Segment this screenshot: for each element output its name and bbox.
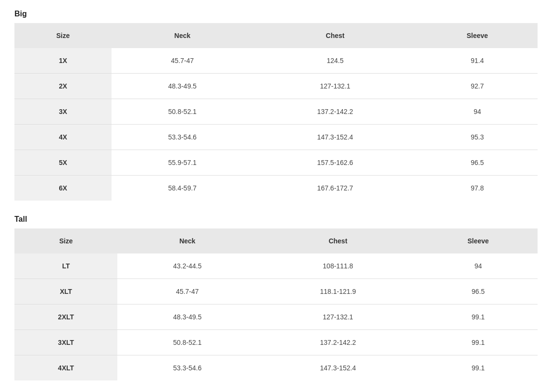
- size-cell: XLT: [14, 279, 117, 304]
- chest-cell: 137.2-142.2: [253, 99, 417, 125]
- big-table: Size Neck Chest Sleeve 1X45.7-47124.591.…: [14, 23, 538, 201]
- table-row: 2X48.3-49.5127-132.192.7: [14, 74, 538, 99]
- chest-cell: 147.3-152.4: [257, 355, 419, 381]
- chest-cell: 127-132.1: [257, 304, 419, 330]
- size-cell: 2XLT: [14, 304, 117, 330]
- table-row: XLT45.7-47118.1-121.996.5: [14, 279, 538, 304]
- big-section: Big Size Neck Chest Sleeve 1X45.7-47124.…: [14, 10, 538, 201]
- table-row: 2XLT48.3-49.5127-132.199.1: [14, 304, 538, 330]
- tall-col-chest: Chest: [257, 228, 419, 253]
- size-cell: 3X: [14, 99, 112, 125]
- neck-cell: 58.4-59.7: [112, 176, 253, 201]
- table-row: 3XLT50.8-52.1137.2-142.299.1: [14, 330, 538, 355]
- neck-cell: 43.2-44.5: [117, 253, 257, 279]
- size-cell: 3XLT: [14, 330, 117, 355]
- big-section-title: Big: [14, 10, 538, 18]
- chest-cell: 137.2-142.2: [257, 330, 419, 355]
- neck-cell: 53.3-54.6: [117, 355, 257, 381]
- table-row: LT43.2-44.5108-111.894: [14, 253, 538, 279]
- sleeve-cell: 96.5: [419, 279, 538, 304]
- chest-cell: 124.5: [253, 48, 417, 74]
- chest-cell: 167.6-172.7: [253, 176, 417, 201]
- tall-col-size: Size: [14, 228, 117, 253]
- big-col-chest: Chest: [253, 23, 417, 48]
- tall-section: Tall Size Neck Chest Sleeve LT43.2-44.51…: [14, 215, 538, 380]
- sleeve-cell: 99.1: [419, 355, 538, 381]
- sleeve-cell: 95.3: [417, 125, 538, 150]
- neck-cell: 45.7-47: [117, 279, 257, 304]
- tall-section-title: Tall: [14, 215, 538, 224]
- size-cell: 5X: [14, 150, 112, 176]
- chest-cell: 108-111.8: [257, 253, 419, 279]
- neck-cell: 55.9-57.1: [112, 150, 253, 176]
- size-cell: 6X: [14, 176, 112, 201]
- sleeve-cell: 94: [417, 99, 538, 125]
- size-cell: 4X: [14, 125, 112, 150]
- size-cell: 2X: [14, 74, 112, 99]
- big-col-sleeve: Sleeve: [417, 23, 538, 48]
- size-cell: 1X: [14, 48, 112, 74]
- tall-col-neck: Neck: [117, 228, 257, 253]
- tall-table-header-row: Size Neck Chest Sleeve: [14, 228, 538, 253]
- neck-cell: 50.8-52.1: [117, 330, 257, 355]
- page-container: Big Size Neck Chest Sleeve 1X45.7-47124.…: [14, 10, 538, 380]
- chest-cell: 157.5-162.6: [253, 150, 417, 176]
- table-row: 4XLT53.3-54.6147.3-152.499.1: [14, 355, 538, 381]
- sleeve-cell: 99.1: [419, 330, 538, 355]
- size-cell: 4XLT: [14, 355, 117, 381]
- neck-cell: 53.3-54.6: [112, 125, 253, 150]
- sleeve-cell: 99.1: [419, 304, 538, 330]
- table-row: 3X50.8-52.1137.2-142.294: [14, 99, 538, 125]
- size-cell: LT: [14, 253, 117, 279]
- sleeve-cell: 94: [419, 253, 538, 279]
- chest-cell: 118.1-121.9: [257, 279, 419, 304]
- sleeve-cell: 91.4: [417, 48, 538, 74]
- big-col-neck: Neck: [112, 23, 253, 48]
- neck-cell: 50.8-52.1: [112, 99, 253, 125]
- big-table-header-row: Size Neck Chest Sleeve: [14, 23, 538, 48]
- sleeve-cell: 92.7: [417, 74, 538, 99]
- tall-table: Size Neck Chest Sleeve LT43.2-44.5108-11…: [14, 228, 538, 380]
- chest-cell: 127-132.1: [253, 74, 417, 99]
- neck-cell: 45.7-47: [112, 48, 253, 74]
- chest-cell: 147.3-152.4: [253, 125, 417, 150]
- neck-cell: 48.3-49.5: [117, 304, 257, 330]
- table-row: 4X53.3-54.6147.3-152.495.3: [14, 125, 538, 150]
- table-row: 5X55.9-57.1157.5-162.696.5: [14, 150, 538, 176]
- table-row: 1X45.7-47124.591.4: [14, 48, 538, 74]
- tall-col-sleeve: Sleeve: [419, 228, 538, 253]
- sleeve-cell: 96.5: [417, 150, 538, 176]
- table-row: 6X58.4-59.7167.6-172.797.8: [14, 176, 538, 201]
- neck-cell: 48.3-49.5: [112, 74, 253, 99]
- sleeve-cell: 97.8: [417, 176, 538, 201]
- big-col-size: Size: [14, 23, 112, 48]
